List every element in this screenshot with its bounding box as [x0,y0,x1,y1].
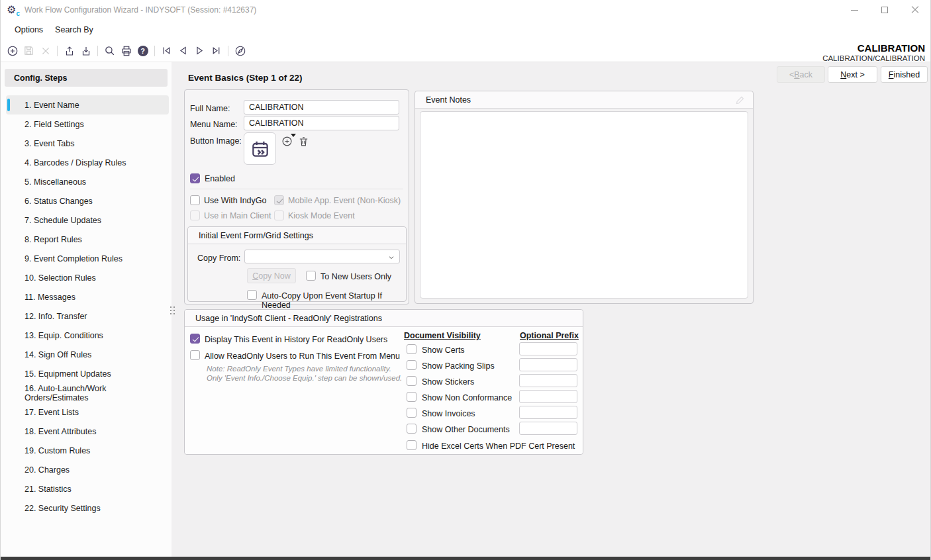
toolbar [1,40,930,62]
first-record-button[interactable] [158,42,175,60]
copy-from-label: Copy From: [197,254,240,263]
prefix-input[interactable] [519,390,577,403]
show-document-checkbox[interactable] [407,424,416,434]
x-icon [40,46,51,56]
delete-button[interactable] [37,42,54,60]
sidebar-step-item[interactable]: 2. Field Settings [6,115,169,134]
sidebar-step-item[interactable]: 20. Charges [6,460,169,479]
sidebar-step-item[interactable]: 12. Info. Transfer [6,306,169,326]
use-in-main-client-checkbox[interactable] [190,210,200,220]
sidebar-step-item[interactable]: 5. Miscellaneous [6,172,169,191]
use-with-indygo-checkbox[interactable] [190,195,200,205]
menu-name-input[interactable] [244,116,399,130]
export-icon [64,45,75,57]
menu-options[interactable]: Options [9,23,49,37]
full-name-input[interactable] [244,100,399,115]
sidebar-step-item[interactable]: 7. Schedule Updates [6,210,169,230]
kiosk-mode-event-checkbox[interactable] [274,210,284,220]
initial-settings-group: Initial Event Form/Grid Settings Copy Fr… [187,226,407,302]
sidebar-step-item[interactable]: 13. Equip. Conditions [6,326,169,345]
button-image-label: Button Image: [190,136,242,146]
show-document-checkbox[interactable] [407,408,416,418]
prefix-input[interactable] [519,374,577,387]
copy-now-button[interactable]: Copy Now [247,268,296,283]
last-record-icon [211,45,222,56]
to-new-users-only-checkbox[interactable] [306,271,316,281]
sidebar-step-label: 22. Security Settings [24,504,101,513]
sidebar-step-label: 5. Miscellaneous [24,177,86,187]
auto-copy-checkbox[interactable] [247,290,257,300]
chevron-down-icon [388,254,395,261]
current-event-header: CALIBRATION CALIBRATION/CALIBRATION [822,42,925,62]
prefix-input[interactable] [519,342,577,355]
allow-run-checkbox[interactable] [190,350,200,360]
sidebar-step-item[interactable]: 15. Equipment Updates [6,364,169,383]
sidebar-step-item[interactable]: 10. Selection Rules [6,268,169,287]
hide-excel-certs-label: Hide Excel Certs When PDF Cert Present [422,442,575,451]
menu-search-by[interactable]: Search By [49,23,99,37]
sidebar-step-item[interactable]: 8. Report Rules [6,230,169,249]
print-button[interactable] [118,42,134,60]
search-button[interactable] [101,42,118,60]
sidebar-step-item[interactable]: 21. Statistics [6,479,169,498]
next-record-button[interactable] [191,42,208,60]
sidebar-step-item[interactable]: 17. Event Lists [6,402,169,422]
button-image-preview[interactable] [244,132,276,165]
event-notes-textarea[interactable] [420,111,748,299]
sidebar-step-label: 19. Custom Rules [24,446,90,455]
save-button[interactable] [21,42,37,60]
previous-record-button[interactable] [175,42,191,60]
navigator-button[interactable] [232,42,248,60]
hide-excel-certs-checkbox[interactable] [407,440,416,450]
prefix-input[interactable] [519,358,577,371]
add-image-button[interactable] [281,136,293,150]
show-document-checkbox[interactable] [407,376,416,386]
sidebar-step-item[interactable]: 11. Messages [6,287,169,306]
prefix-input[interactable] [519,422,577,435]
prefix-input[interactable] [519,406,577,419]
edit-notes-icon[interactable] [735,95,745,108]
sidebar-step-item[interactable]: 22. Security Settings [6,498,169,518]
back-button[interactable]: < Back [777,66,825,83]
maximize-button[interactable] [869,0,900,20]
calendar-forward-icon [250,138,271,160]
sidebar-title: Config. Steps [5,69,168,87]
show-document-checkbox[interactable] [407,344,416,354]
auto-copy-label: Auto-Copy Upon Event Startup If Needed [262,291,406,310]
window-title: Work Flow Configuration Wizard - INDYSOF… [24,5,256,15]
sidebar-step-item[interactable]: 9. Event Completion Rules [6,249,169,268]
enabled-checkbox[interactable] [190,173,200,183]
close-button[interactable] [900,0,930,20]
sidebar-step-item[interactable]: 1. Event Name [6,95,169,115]
usage-title: Usage in 'IndySoft Client - ReadOnly' Re… [185,310,583,327]
sidebar-splitter-handle[interactable] [170,306,178,317]
next-button[interactable]: Next > [828,66,877,83]
mobile-app-event-checkbox[interactable] [274,195,284,205]
sidebar-step-label: 9. Event Completion Rules [24,254,122,263]
sidebar-step-item[interactable]: 6. Status Changes [6,191,169,210]
export-button[interactable] [61,42,77,60]
show-document-checkbox[interactable] [407,360,416,370]
show-document-checkbox[interactable] [407,392,416,402]
readonly-usage-panel: Usage in 'IndySoft Client - ReadOnly' Re… [184,309,583,455]
delete-image-button[interactable] [298,136,309,150]
sidebar-step-item[interactable]: 14. Sign Off Rules [6,345,169,364]
app-window: ⚙c Work Flow Configuration Wizard - INDY… [0,0,931,560]
finished-button[interactable]: Finished [881,66,928,83]
sidebar-step-item[interactable]: 18. Event Attributes [6,422,169,441]
add-button[interactable] [4,42,21,60]
add-image-dropdown-caret[interactable] [291,134,296,137]
copy-from-select[interactable] [244,250,400,263]
sidebar-step-label: 13. Equip. Conditions [24,331,103,340]
help-button[interactable] [134,42,151,60]
sidebar-step-label: 10. Selection Rules [24,273,96,283]
sidebar-step-item[interactable]: 19. Custom Rules [6,441,169,460]
sidebar-step-item[interactable]: 3. Event Tabs [6,134,169,153]
minimize-button[interactable] [839,0,869,20]
import-button[interactable] [77,42,94,60]
last-record-button[interactable] [208,42,224,60]
display-history-checkbox[interactable] [190,334,200,344]
sidebar-step-item[interactable]: 16. Auto-Launch/Work Orders/Estimates [6,383,169,402]
sidebar-step-label: 1. Event Name [24,101,79,110]
sidebar-step-item[interactable]: 4. Barcodes / Display Rules [6,153,169,172]
